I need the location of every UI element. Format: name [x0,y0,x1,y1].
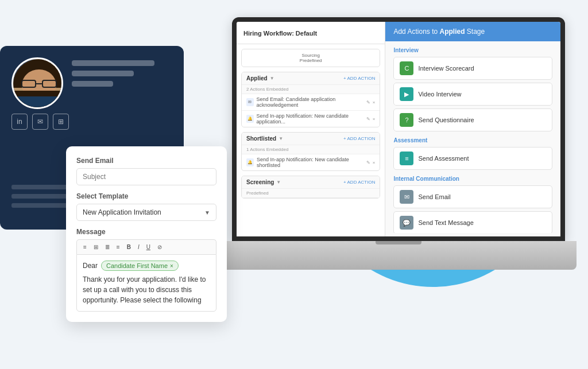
indent-icon[interactable]: ≡ [115,243,122,251]
send-email-label: Send Email [418,193,450,200]
text-icon: 💬 [400,216,413,230]
assessment-category: Assessment [393,137,552,143]
workflow-title: Hiring Workflow: Default [243,30,317,37]
chevron-down-icon: ▼ [204,209,210,216]
candidate-name-tag[interactable]: Candidate First Name × [101,261,179,271]
title-bold: Applied [440,28,465,36]
shortlisted-stage: Shortlisted ▼ + ADD ACTION 1 Actions Emb… [241,132,380,171]
questionnaire-label: Send Questionnaire [418,116,474,123]
shortlisted-name: Shortlisted [246,135,276,142]
email-compose-card: Send Email Select Template New Applicati… [66,146,227,322]
email-icon-profile: ✉ [32,114,48,130]
delete-icon[interactable]: × [373,100,376,105]
sourcing-stage: Sourcing Predefined [241,49,380,67]
email-action-icon: ✉ [246,98,254,106]
message-toolbar: ≡ ⊞ ≣ ≡ B I U ⊘ [76,239,216,254]
dear-text: Dear [83,262,98,270]
add-actions-header: Add Actions to Applied Stage [385,22,560,41]
applied-action-1: ✉ Send Email: Candidate application ackn… [242,94,380,111]
applied-sub: 2 Actions Embedded [242,85,380,94]
sourcing-label: Sourcing Predefined [246,53,375,63]
action-controls: ✎ × [366,100,376,105]
text-message-option[interactable]: 💬 Send Text Message [393,211,552,233]
video-interview-option[interactable]: ▶ Video Interview [393,83,552,106]
notif-action-icon: 🔔 [246,115,254,123]
delete-icon-s[interactable]: × [373,160,376,165]
document-icon: ⊞ [53,114,69,130]
add-actions-panel: Add Actions to Applied Stage Interview C… [385,22,560,236]
laptop-base [220,241,577,270]
edit-icon[interactable]: ✎ [366,100,370,105]
italic-icon[interactable]: I [136,243,141,251]
applied-action-2: 🔔 Send In-app Notification: New candidat… [242,111,380,127]
template-value: New Application Invitation [83,208,161,216]
laptop: Hiring Workflow: Default Sourcing Predef… [220,17,577,270]
bold-icon[interactable]: B [125,243,133,251]
link-icon[interactable]: ⊘ [156,243,164,251]
screening-stage: Screening ▼ + ADD ACTION Predefined [241,176,380,199]
send-email-option[interactable]: ✉ Send Email [393,185,552,208]
profile-info-lines [72,60,175,91]
workflow-header: Hiring Workflow: Default [237,22,385,44]
underline-icon[interactable]: U [145,243,152,251]
template-label: Select Template [76,192,216,200]
screening-badge: ▼ [276,180,281,185]
workflow-body: Sourcing Predefined Applied ▼ + ADD ACTI… [237,44,385,236]
shortlisted-badge: ▼ [278,136,283,141]
subject-input[interactable] [76,168,216,185]
video-icon: ▶ [400,87,413,101]
screening-name: Screening [246,179,274,185]
shortlisted-add[interactable]: + ADD ACTION [343,136,375,141]
applied-badge: ▼ [270,76,274,81]
assessment-icon: ≡ [400,152,413,165]
action-controls-2: ✎ × [366,116,376,122]
assessment-label: Send Assessment [418,155,469,162]
message-body[interactable]: Dear Candidate First Name × Thank you fo… [76,254,216,312]
tag-text: Candidate First Name [106,262,168,269]
shortlisted-action-text: Send In-app Notification: New candidate … [257,157,366,168]
scorecard-icon: C [400,61,413,75]
align-icon[interactable]: ≣ [103,243,111,251]
send-email-label: Send Email [76,157,216,165]
scorecard-label: Interview Scorecard [418,65,474,72]
interview-category: Interview [393,47,552,53]
assessment-option[interactable]: ≡ Send Assessment [393,147,552,170]
workflow-panel: Hiring Workflow: Default Sourcing Predef… [237,22,385,236]
title-prefix: Add Actions to [393,28,439,36]
add-actions-body: Interview C Interview Scorecard ▶ Video … [385,41,560,233]
video-label: Video Interview [418,91,461,98]
internal-comm-category: Internal Communication [393,176,552,182]
notif-icon-s: 🔔 [246,158,254,166]
remove-tag-button[interactable]: × [170,263,173,269]
applied-stage-name: Applied [246,75,268,81]
grid-icon[interactable]: ⊞ [92,243,100,251]
edit-icon-s[interactable]: ✎ [366,160,370,165]
applied-action-1-text: Send Email: Candidate application acknow… [257,96,366,108]
profile-icons-row: in ✉ ⊞ [11,114,69,130]
interview-scorecard-option[interactable]: C Interview Scorecard [393,57,552,80]
list-icon[interactable]: ≡ [82,243,88,251]
delete-icon-2[interactable]: × [373,116,376,122]
shortlisted-sub: 1 Actions Embedded [242,145,380,154]
add-actions-title: Add Actions to Applied Stage [393,28,552,36]
send-email-icon: ✉ [400,190,413,204]
shortlisted-action-1: 🔔 Send In-app Notification: New candidat… [242,154,380,170]
edit-icon-2[interactable]: ✎ [366,116,370,122]
action-ctrl-s: ✎ × [366,160,376,165]
screening-sub: Predefined [242,189,380,198]
applied-add-action[interactable]: + ADD ACTION [343,76,375,81]
laptop-screen: Hiring Workflow: Default Sourcing Predef… [232,17,565,241]
title-suffix: Stage [465,28,485,36]
message-label: Message [76,228,216,236]
linkedin-icon: in [11,114,28,130]
applied-action-2-text: Send In-app Notification: New candidate … [257,113,366,125]
screening-add[interactable]: + ADD ACTION [343,180,375,185]
template-select[interactable]: New Application Invitation ▼ [76,204,216,221]
questionnaire-option[interactable]: ? Send Questionnaire [393,108,552,131]
applied-stage: Applied ▼ + ADD ACTION 2 Actions Embedde… [241,72,380,127]
text-label: Send Text Message [418,219,473,226]
message-text: Thank you for your application. I'd like… [83,274,210,305]
questionnaire-icon: ? [400,113,413,127]
avatar [11,57,63,109]
